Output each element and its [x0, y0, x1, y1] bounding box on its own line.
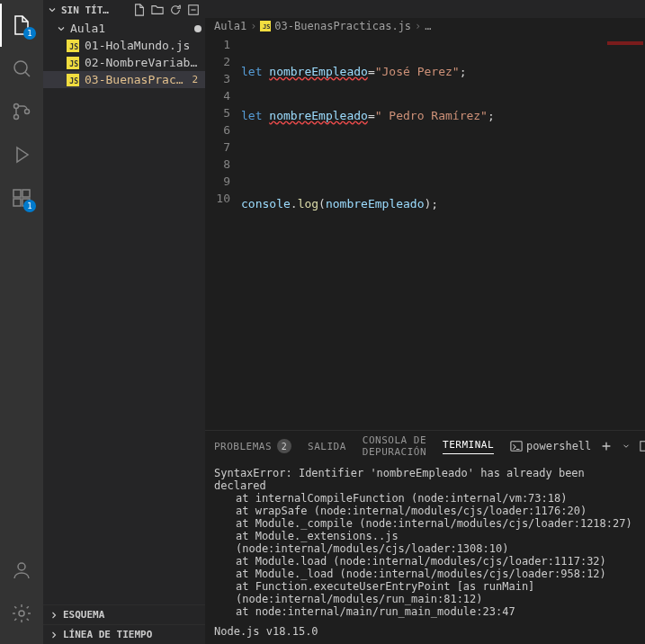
- activity-search-icon[interactable]: [0, 47, 43, 90]
- bottom-panel: PROBLEMAS 2 SALIDA CONSOLA DE DEPURACIÓN…: [205, 430, 645, 644]
- stack-line: at wrapSafe (node:internal/modules/cjs/l…: [214, 505, 636, 517]
- activity-settings-icon[interactable]: [0, 592, 43, 635]
- tab-debug-console[interactable]: CONSOLA DE DEPURACIÓN: [363, 434, 426, 458]
- stack-line: at Module._extensions..js (node:internal…: [214, 530, 636, 555]
- tab-problems[interactable]: PROBLEMAS 2: [214, 439, 291, 453]
- terminal-output[interactable]: SyntaxError: Identifier 'nombreEmpleado'…: [205, 461, 645, 644]
- chevron-right-icon: [49, 630, 59, 640]
- stack-line: at Module._load (node:internal/modules/c…: [214, 568, 636, 580]
- line-gutter: 1 2 3 4 5 6 7 8 9 10: [205, 34, 241, 430]
- svg-point-1: [14, 104, 19, 109]
- explorer-badge: 1: [23, 27, 36, 40]
- timeline-label: LÍNEA DE TIEMPO: [63, 629, 152, 640]
- activity-scm-icon[interactable]: [0, 90, 43, 133]
- panel-tabs: PROBLEMAS 2 SALIDA CONSOLA DE DEPURACIÓN…: [205, 431, 645, 461]
- minimap-error-marker[interactable]: [607, 41, 643, 45]
- svg-rect-5: [22, 190, 30, 197]
- svg-point-2: [14, 115, 19, 120]
- activity-debug-icon[interactable]: [0, 133, 43, 176]
- breadcrumb[interactable]: Aula1 › JS 03-BuenasPracticas.js › …: [205, 18, 645, 34]
- activity-bottom: [0, 549, 43, 635]
- folder-aula1[interactable]: Aula1: [43, 20, 205, 37]
- terminal-icon: [510, 440, 523, 452]
- chevron-right-icon: ›: [415, 20, 421, 32]
- outline-section[interactable]: ESQUEMA: [43, 604, 205, 624]
- new-file-icon[interactable]: [131, 2, 148, 18]
- error-message: SyntaxError: Identifier 'nombreEmpleado'…: [214, 467, 636, 492]
- workspace-title: SIN TÍT…: [61, 4, 128, 16]
- code-editor[interactable]: 1 2 3 4 5 6 7 8 9 10 let nombreEmpleado=…: [205, 34, 645, 430]
- node-version: Node.js v18.15.0: [214, 625, 636, 638]
- svg-point-3: [25, 110, 30, 114]
- problems-count: 2: [277, 439, 291, 453]
- activity-bar: 1 1: [0, 0, 43, 644]
- chevron-down-icon: [56, 23, 67, 34]
- activity-explorer-icon[interactable]: 1: [0, 4, 43, 47]
- collapse-icon[interactable]: [185, 2, 202, 18]
- folder-name: Aula1: [70, 22, 191, 35]
- terminal-dropdown-icon[interactable]: [622, 442, 631, 451]
- stack-line: at node:internal/main/run_main_module:23…: [214, 605, 636, 618]
- modified-dot-icon: [194, 25, 202, 32]
- extensions-badge: 1: [23, 200, 36, 212]
- breadcrumb-folder[interactable]: Aula1: [214, 20, 246, 32]
- add-terminal-button[interactable]: [600, 440, 613, 452]
- panel-actions: powershell ···: [510, 440, 645, 452]
- svg-rect-6: [13, 199, 21, 206]
- breadcrumb-file[interactable]: 03-BuenasPracticas.js: [274, 20, 411, 32]
- workspace-header[interactable]: SIN TÍT…: [43, 0, 205, 20]
- activity-extensions-icon[interactable]: 1: [0, 176, 43, 219]
- js-icon: JS: [67, 40, 79, 52]
- file-01[interactable]: JS 01-HolaMundo.js: [43, 37, 205, 54]
- new-folder-icon[interactable]: [149, 2, 166, 18]
- terminal-profile-select[interactable]: powershell: [510, 440, 591, 452]
- svg-point-9: [19, 611, 24, 616]
- tab-bar[interactable]: [205, 0, 645, 18]
- chevron-down-icon: [47, 4, 58, 15]
- stack-line: at Function.executeUserEntryPoint [as ru…: [214, 580, 636, 605]
- file-name: 02-NombreVariables…: [85, 56, 202, 69]
- tab-terminal[interactable]: TERMINAL: [443, 439, 494, 454]
- timeline-section[interactable]: LÍNEA DE TIEMPO: [43, 624, 205, 644]
- modified-count: 2: [192, 74, 202, 85]
- refresh-icon[interactable]: [167, 2, 184, 18]
- file-name: 03-BuenasPract…: [85, 73, 186, 86]
- main-area: Aula1 › JS 03-BuenasPracticas.js › … 1 2…: [205, 0, 645, 644]
- js-icon: JS: [67, 57, 79, 69]
- file-name: 01-HolaMundo.js: [85, 39, 202, 52]
- js-icon: JS: [67, 74, 79, 86]
- split-terminal-icon[interactable]: [640, 440, 645, 452]
- explorer-sidebar: SIN TÍT… Aula1 JS 01-HolaMundo.js JS 02-…: [43, 0, 205, 644]
- tab-output[interactable]: SALIDA: [308, 441, 346, 452]
- chevron-right-icon: ›: [250, 20, 256, 32]
- svg-point-0: [14, 61, 27, 74]
- svg-point-8: [18, 563, 25, 570]
- file-02[interactable]: JS 02-NombreVariables…: [43, 54, 205, 71]
- outline-label: ESQUEMA: [63, 609, 104, 621]
- code-content[interactable]: let nombreEmpleado="José Perez"; let nom…: [241, 34, 645, 430]
- svg-rect-4: [13, 190, 21, 197]
- stack-line: at Module._compile (node:internal/module…: [214, 517, 636, 530]
- file-03[interactable]: JS 03-BuenasPract… 2: [43, 71, 205, 88]
- stack-line: at Module.load (node:internal/modules/cj…: [214, 555, 636, 568]
- activity-account-icon[interactable]: [0, 549, 43, 592]
- breadcrumb-more[interactable]: …: [425, 20, 431, 32]
- chevron-right-icon: [49, 610, 59, 621]
- js-icon: JS: [260, 21, 271, 31]
- svg-rect-12: [641, 442, 645, 452]
- stack-line: at internalCompileFunction (node:interna…: [214, 492, 636, 505]
